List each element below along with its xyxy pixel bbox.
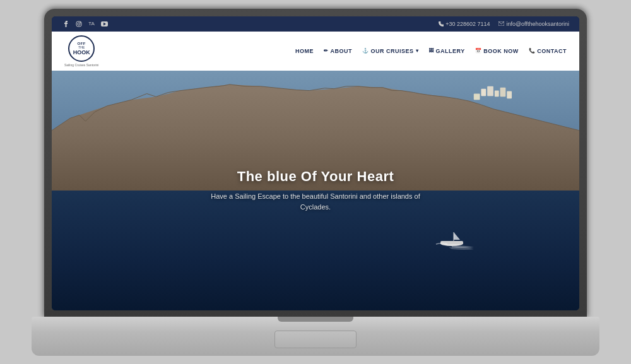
hero-title: The blue Of Your Heart (196, 168, 435, 185)
nav-home-label: HOME (295, 48, 314, 54)
social-icons: TA (62, 20, 109, 28)
svg-rect-12 (474, 93, 480, 100)
youtube-icon[interactable] (100, 20, 109, 28)
phone-contact: +30 228602 7114 (439, 21, 490, 27)
top-bar: TA (52, 16, 579, 32)
laptop-frame: TA (32, 9, 599, 356)
chevron-down-icon: ▾ (416, 48, 419, 54)
website: TA (52, 16, 579, 310)
cruises-icon: ⚓ (362, 48, 369, 54)
nav-links: HOME ✏ ABOUT ⚓ OUR CRUISES ▾ 🖼 (295, 48, 567, 54)
svg-point-1 (78, 23, 80, 25)
svg-rect-7 (481, 88, 486, 96)
tripadvisor-icon[interactable]: TA (87, 20, 96, 28)
logo-circle: OFF THE HOOK (68, 35, 95, 62)
nav-book[interactable]: 📅 BOOK NOW (475, 48, 519, 54)
nav-gallery-label: GALLERY (436, 48, 465, 54)
nav-gallery[interactable]: 🖼 GALLERY (428, 48, 465, 54)
laptop-hinge (278, 317, 353, 322)
nav-about-label: ABOUT (330, 48, 352, 54)
nav-cruises[interactable]: ⚓ OUR CRUISES ▾ (362, 48, 418, 54)
svg-rect-11 (507, 91, 512, 98)
instagram-icon[interactable] (74, 20, 83, 28)
navbar: OFF THE HOOK Sailing Cruises Santorini H… (52, 32, 579, 71)
logo[interactable]: OFF THE HOOK Sailing Cruises Santorini (64, 35, 98, 67)
nav-book-label: BOOK NOW (483, 48, 519, 54)
laptop-lid: TA (44, 9, 587, 318)
hero-section: The blue Of Your Heart Have a Sailing Es… (52, 71, 579, 310)
email-address: info@offthehooksantorini (506, 21, 569, 27)
nav-cruises-label: OUR CRUISES (370, 48, 413, 54)
boat (430, 228, 474, 250)
svg-rect-9 (495, 90, 499, 97)
laptop-base (32, 317, 599, 356)
nav-about[interactable]: ✏ ABOUT (324, 48, 352, 54)
nav-contact-label: CONTACT (537, 48, 567, 54)
contact-icon: 📞 (529, 48, 536, 54)
svg-point-2 (80, 22, 81, 23)
svg-rect-10 (500, 87, 506, 97)
nav-contact[interactable]: 📞 CONTACT (529, 48, 567, 54)
logo-hook: HOOK (73, 49, 90, 56)
nav-home[interactable]: HOME (295, 48, 314, 54)
logo-tagline: Sailing Cruises Santorini (64, 63, 98, 67)
hero-subtitle: Have a Sailing Escape to the beautiful S… (196, 191, 435, 212)
facebook-icon[interactable] (62, 20, 71, 28)
email-contact: info@offthehooksantorini (498, 21, 569, 27)
svg-rect-8 (487, 86, 493, 96)
gallery-icon: 🖼 (428, 48, 434, 54)
hero-text: The blue Of Your Heart Have a Sailing Es… (183, 156, 448, 225)
phone-icon (439, 21, 444, 26)
about-icon: ✏ (324, 48, 329, 54)
email-icon (498, 21, 504, 26)
screen: TA (52, 16, 579, 310)
top-bar-contact: +30 228602 7114 info@offthehooksantorini (439, 21, 569, 27)
book-icon: 📅 (475, 48, 482, 54)
laptop-trackpad (274, 331, 357, 348)
phone-number: +30 228602 7114 (445, 21, 490, 27)
